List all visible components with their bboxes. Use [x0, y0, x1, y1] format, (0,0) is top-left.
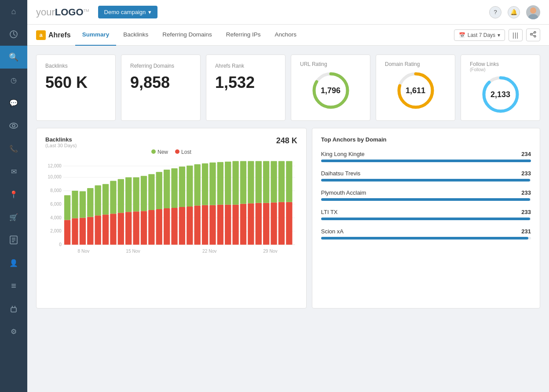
logo-logo: LOGO: [55, 7, 84, 18]
sidebar-item-phone[interactable]: 📞: [0, 137, 27, 160]
stat-domain-rating-label: Domain Rating: [385, 61, 420, 67]
demo-campaign-button[interactable]: Demo campaign ▾: [98, 6, 158, 18]
columns-button[interactable]: |||: [509, 29, 523, 41]
svg-rect-92: [271, 161, 277, 203]
stat-ahrefs-rank-label: Ahrefs Rank: [215, 63, 276, 69]
sidebar-item-clock[interactable]: ◷: [0, 69, 27, 91]
sidebar-item-analytics[interactable]: [0, 23, 27, 46]
chart-total-value: 248 K: [276, 136, 297, 145]
logo-your: your: [36, 7, 55, 18]
svg-text:12,000: 12,000: [48, 163, 62, 168]
svg-rect-63: [164, 208, 170, 245]
anchor-name-4: LTI TX: [321, 209, 338, 215]
stat-backlinks-value: 560 K: [45, 73, 106, 92]
tab-summary[interactable]: Summary: [75, 25, 117, 46]
tab-referring-ips[interactable]: Referring IPs: [219, 25, 268, 46]
topbar-right: ? 🔔: [489, 5, 540, 19]
anchor-bar-fill-4: [321, 218, 530, 220]
stat-card-ahrefs-rank: Ahrefs Rank 1,532: [206, 54, 285, 121]
svg-rect-56: [133, 177, 139, 211]
anchor-item-1: King Long Kingte 234: [321, 151, 531, 162]
sidebar-item-location[interactable]: 📍: [0, 183, 27, 206]
anchor-name-1: King Long Kingte: [321, 151, 365, 157]
stat-card-url-rating: URL Rating 1,796: [291, 54, 370, 121]
svg-rect-80: [225, 162, 231, 205]
svg-rect-68: [179, 167, 185, 207]
svg-rect-47: [102, 214, 109, 245]
svg-rect-73: [202, 205, 208, 245]
anchor-bar-fill-1: [321, 160, 531, 162]
sidebar-item-eye[interactable]: [0, 114, 27, 137]
svg-point-13: [534, 36, 536, 37]
sidebar-item-user[interactable]: 👤: [0, 251, 27, 274]
logo-tm: TM: [84, 8, 89, 12]
notifications-button[interactable]: 🔔: [508, 6, 520, 18]
sidebar-item-reports[interactable]: [0, 229, 27, 251]
anchor-bar-fill-3: [321, 198, 530, 201]
stat-referring-domains-label: Referring Domains: [130, 63, 191, 69]
svg-rect-62: [156, 172, 162, 209]
chart-header: Backlinks (Last 30 Days) 248 K: [45, 136, 297, 148]
navbar-right: 📅 Last 7 Days ▾ |||: [454, 29, 540, 41]
sidebar-item-search[interactable]: 🔍: [0, 46, 27, 69]
svg-rect-37: [64, 220, 70, 245]
demo-btn-label: Demo campaign: [104, 9, 146, 15]
svg-line-15: [532, 33, 534, 34]
stat-follow-links-label: Follow Links: [470, 61, 499, 67]
legend-new: New: [151, 149, 168, 155]
sidebar-item-home[interactable]: ⌂: [0, 0, 27, 23]
content-area: Backlinks 560 K Referring Domains 9,858 …: [27, 46, 549, 392]
svg-text:8 Nov: 8 Nov: [78, 249, 90, 254]
bottom-row: Backlinks (Last 30 Days) 248 K New Lost …: [36, 128, 540, 309]
sidebar-item-list[interactable]: ≡: [0, 274, 27, 297]
stat-card-follow-links: Follow Links (Follow) 2,133: [461, 54, 540, 121]
columns-icon: |||: [512, 32, 519, 39]
svg-rect-71: [194, 206, 201, 245]
ahrefs-a-badge: a: [36, 30, 46, 40]
stat-backlinks-label: Backlinks: [45, 63, 106, 69]
logo: yourLOGOTM: [36, 7, 89, 18]
anchor-name-3: Plymouth Acclaim: [321, 189, 366, 196]
anchor-value-3: 233: [521, 189, 531, 196]
svg-text:22 Nov: 22 Nov: [202, 249, 217, 254]
svg-rect-95: [286, 202, 292, 245]
svg-text:2,000: 2,000: [50, 229, 62, 233]
anchor-name-5: Scion xA: [321, 228, 344, 235]
svg-rect-53: [125, 212, 132, 245]
stat-follow-links-sublabel: (Follow): [470, 67, 486, 72]
help-button[interactable]: ?: [489, 6, 501, 18]
anchor-bar-bg-4: [321, 218, 531, 220]
sidebar-item-email[interactable]: ✉: [0, 160, 27, 183]
date-range-button[interactable]: 📅 Last 7 Days ▾: [454, 29, 505, 41]
anchors-card: Top Anchors by Domain King Long Kingte 2…: [312, 128, 540, 309]
sidebar-item-chat[interactable]: 💬: [0, 91, 27, 114]
anchor-bar-bg-2: [321, 179, 531, 181]
svg-text:4,000: 4,000: [50, 215, 62, 220]
tab-anchors[interactable]: Anchors: [268, 25, 304, 46]
avatar[interactable]: [526, 5, 540, 19]
anchor-value-5: 231: [521, 228, 531, 235]
share-button[interactable]: [526, 29, 540, 41]
svg-rect-49: [110, 214, 116, 245]
svg-rect-57: [141, 211, 147, 245]
tab-referring-domains[interactable]: Referring Domains: [155, 25, 219, 46]
svg-rect-79: [225, 205, 231, 245]
svg-rect-64: [164, 170, 170, 208]
svg-rect-61: [156, 209, 162, 245]
svg-rect-42: [80, 191, 86, 218]
sidebar-item-cart[interactable]: 🛒: [0, 206, 27, 229]
svg-rect-86: [248, 161, 254, 203]
svg-rect-75: [209, 205, 216, 245]
anchor-value-1: 234: [521, 151, 531, 157]
svg-rect-91: [271, 203, 277, 245]
svg-text:6,000: 6,000: [50, 202, 62, 207]
bar-chart-svg: 12,000 10,000 8,000 6,000 4,000 2,000 0: [45, 158, 297, 298]
chart-legend: New Lost: [45, 149, 297, 155]
svg-rect-83: [240, 204, 246, 245]
svg-rect-96: [286, 161, 292, 202]
tab-backlinks[interactable]: Backlinks: [116, 25, 155, 46]
dropdown-arrow-icon: ▾: [148, 9, 151, 15]
sidebar-item-settings[interactable]: ⚙: [0, 320, 27, 343]
svg-text:15 Nov: 15 Nov: [126, 249, 140, 254]
sidebar-item-plugin[interactable]: [0, 297, 27, 320]
